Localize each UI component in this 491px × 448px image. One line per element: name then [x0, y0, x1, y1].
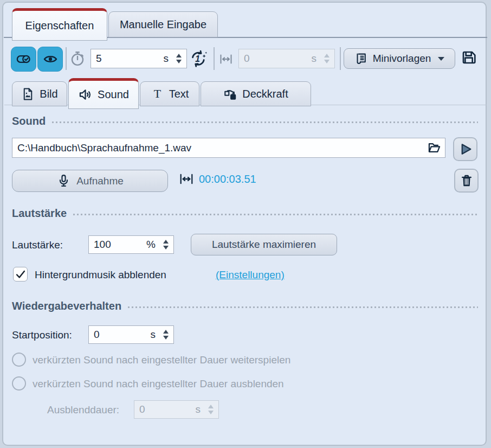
radio-fade-out [12, 376, 26, 391]
play-icon [457, 141, 474, 157]
delete-sound-button[interactable] [454, 169, 479, 193]
fade-duration-label: Ausblenddauer: [47, 404, 119, 416]
spin-down-icon[interactable] [176, 60, 182, 63]
section-sound-title: Sound [12, 115, 46, 127]
gap-width-icon [218, 53, 234, 66]
check-icon [15, 268, 27, 280]
spin-up-icon [324, 54, 330, 57]
spin-up-icon[interactable] [163, 330, 169, 334]
section-volume-title: Lautstärke [12, 207, 67, 220]
toolbar-separator [340, 47, 341, 70]
svg-text:T: T [153, 87, 160, 100]
gap-duration-input: 0 s [238, 49, 335, 68]
trash-icon [459, 173, 474, 188]
image-file-icon [21, 87, 35, 101]
fade-background-music-checkbox[interactable] [13, 267, 28, 281]
record-button[interactable]: Aufnahme [12, 170, 168, 192]
auto-duration-button[interactable]: 1 [189, 49, 208, 68]
dotted-divider [52, 121, 478, 123]
tab-bild[interactable]: Bild [12, 81, 67, 106]
opacity-icon [223, 87, 237, 101]
gap-spinner [324, 54, 330, 63]
tab-text-label: Text [169, 88, 189, 100]
spin-down-icon[interactable] [163, 246, 169, 249]
fade-duration-spinner [208, 405, 214, 414]
minitemplates-label: Minivorlagen [373, 53, 431, 65]
fade-duration-value: 0 [139, 404, 196, 415]
spin-down-icon [324, 60, 330, 63]
toolbar-separator [214, 47, 215, 70]
section-playback-header: Wiedergabeverhalten [12, 300, 478, 312]
browse-folder-icon[interactable] [427, 140, 442, 155]
spin-up-icon[interactable] [176, 54, 182, 57]
volume-spinner[interactable] [163, 240, 169, 249]
toggle-selection-button[interactable] [11, 47, 36, 72]
sound-duration-text: 00:00:03.51 [199, 173, 256, 185]
spin-up-icon[interactable] [163, 240, 169, 244]
spin-down-icon[interactable] [163, 336, 169, 340]
play-button[interactable] [453, 137, 477, 161]
tab-text[interactable]: T Text [140, 81, 199, 106]
volume-unit: % [146, 239, 156, 251]
stopwatch-icon [69, 50, 86, 67]
microphone-icon [56, 174, 71, 188]
volume-label: Lautstärke: [12, 239, 63, 251]
section-volume-header: Lautstärke [12, 207, 478, 220]
tab-sound-label: Sound [98, 88, 129, 101]
sound-file-input[interactable]: C:\Handbuch\Sprachaufnahme_1.wav [12, 138, 445, 158]
gap-unit: s [312, 53, 317, 65]
tab-deckkraft[interactable]: Deckkraft [201, 81, 311, 106]
tab-sound[interactable]: Sound [68, 78, 139, 109]
tab-eigenschaften-label: Eigenschaften [25, 20, 94, 32]
spin-down-icon [208, 411, 214, 414]
start-position-value: 0 [94, 329, 151, 341]
maximize-volume-button[interactable]: Lautstärke maximieren [191, 234, 337, 255]
spin-up-icon [208, 405, 214, 408]
toolbar-separator [66, 47, 67, 70]
duration-spinner[interactable] [176, 54, 182, 63]
duration-width-icon [179, 172, 194, 186]
save-button[interactable] [460, 49, 477, 66]
fade-duration-unit: s [196, 404, 201, 415]
dotted-divider [128, 306, 478, 308]
radio-fade-out-label: verkürzten Sound nach eingestellter Daue… [33, 378, 284, 390]
start-position-unit: s [151, 329, 156, 341]
volume-value: 100 [94, 239, 146, 251]
fade-duration-input: 0 s [134, 400, 219, 419]
eye-icon [43, 52, 58, 67]
dotted-divider [73, 214, 478, 215]
start-position-input[interactable]: 0 s [88, 325, 174, 344]
settings-link[interactable]: (Einstellungen) [216, 269, 285, 281]
scroll-icon [354, 52, 368, 66]
toggle-check-icon [16, 52, 31, 67]
tab-eigenschaften[interactable]: Eigenschaften [12, 8, 107, 41]
duration-value: 5 [96, 53, 164, 65]
maximize-volume-label: Lautstärke maximieren [212, 239, 316, 251]
chevron-down-icon [438, 57, 444, 61]
svg-text:1: 1 [195, 54, 200, 63]
speaker-icon [78, 87, 93, 102]
visibility-button[interactable] [37, 47, 63, 72]
sound-file-path: C:\Handbuch\Sprachaufnahme_1.wav [17, 142, 427, 154]
fade-background-music-label: Hintergrundmusik abblenden [35, 269, 166, 281]
radio-continue-playing-label: verkürzten Sound nach eingestellter Daue… [33, 354, 290, 366]
radio-continue-playing [12, 353, 26, 367]
duration-input[interactable]: 5 s [91, 49, 187, 68]
duration-unit: s [164, 53, 169, 65]
text-icon: T [151, 87, 164, 101]
tab-deckkraft-label: Deckkraft [242, 88, 288, 100]
section-sound-header: Sound [12, 115, 478, 127]
start-position-spinner[interactable] [163, 330, 169, 340]
record-button-label: Aufnahme [76, 175, 124, 187]
sound-duration: 00:00:03.51 [179, 172, 256, 186]
gap-value: 0 [244, 53, 312, 65]
section-playback-title: Wiedergabeverhalten [12, 300, 121, 312]
tab-manuelle-eingabe[interactable]: Manuelle Eingabe [108, 11, 218, 37]
tab-manuelle-eingabe-label: Manuelle Eingabe [120, 18, 206, 31]
volume-input[interactable]: 100 % [88, 235, 174, 254]
start-position-label: Startposition: [12, 329, 72, 341]
tab-bild-label: Bild [40, 88, 57, 100]
minitemplates-button[interactable]: Minivorlagen [344, 48, 455, 69]
